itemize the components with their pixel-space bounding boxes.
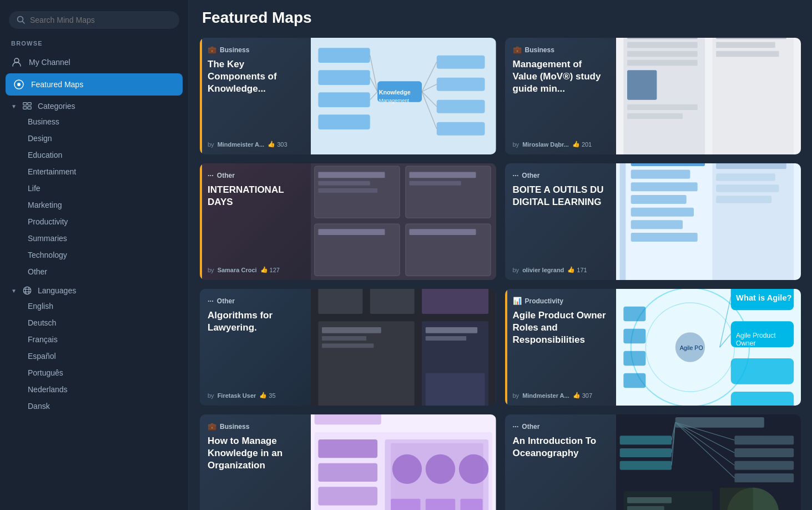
card-category: ··· Other xyxy=(513,422,608,431)
main-content: Featured Maps 💼 Business The Key Compone… xyxy=(189,0,812,510)
card-meta: by Firetask User 👍35 xyxy=(208,392,303,399)
svg-rect-130 xyxy=(619,436,671,444)
sidebar-item-technology[interactable]: Technology xyxy=(0,247,188,263)
search-icon xyxy=(17,16,26,24)
svg-point-4 xyxy=(17,83,21,86)
svg-rect-53 xyxy=(318,188,377,193)
card-title: Agile Product Owner Roles and Responsibi… xyxy=(513,309,608,346)
sidebar-item-deutsch[interactable]: Deutsch xyxy=(0,314,188,331)
svg-rect-116 xyxy=(391,499,420,510)
dots-icon-4: ··· xyxy=(513,422,519,431)
card-knowledge-components[interactable]: 💼 Business The Key Components of Knowled… xyxy=(200,38,496,154)
categories-section-header[interactable]: ▼ Categories xyxy=(0,96,188,113)
card-category: ··· Other xyxy=(208,297,303,305)
card-preview xyxy=(616,414,801,510)
sidebar-item-espanol[interactable]: Español xyxy=(0,348,188,364)
card-title: How to Manage Knowledge in an Organizati… xyxy=(208,435,303,472)
sidebar-item-business[interactable]: Business xyxy=(0,113,188,130)
svg-rect-16 xyxy=(318,70,370,85)
card-boite-outils[interactable]: ··· Other BOITE A OUTILS DU DIGITAL LEAR… xyxy=(505,163,801,280)
sidebar-item-education[interactable]: Education xyxy=(0,147,188,163)
card-international-days[interactable]: ··· Other INTERNATIONAL DAYS by Samara C… xyxy=(200,163,496,280)
svg-rect-139 xyxy=(627,497,672,503)
svg-rect-35 xyxy=(627,38,698,39)
card-category: 💼 Business xyxy=(513,46,608,54)
sidebar-item-featured-maps[interactable]: Featured Maps xyxy=(6,73,183,96)
briefcase-icon-2: 💼 xyxy=(513,46,522,54)
svg-rect-52 xyxy=(318,181,370,186)
card-category: ··· Other xyxy=(208,171,303,179)
card-meta: by Mindmeister A... 👍307 xyxy=(513,392,608,399)
svg-rect-117 xyxy=(426,499,455,510)
card-preview: Knowledge Management xyxy=(311,38,496,154)
card-title: An Introduction To Oceanography xyxy=(513,435,608,459)
svg-line-1 xyxy=(23,22,25,24)
card-preview: What is Agile? Agile Product Owner Agile… xyxy=(616,289,801,406)
svg-rect-73 xyxy=(318,289,362,314)
sidebar-item-nederlands[interactable]: Nederlands xyxy=(0,381,188,398)
card-manage-knowledge[interactable]: 💼 Business How to Manage Knowledge in an… xyxy=(200,414,496,510)
svg-rect-94 xyxy=(730,358,793,384)
svg-rect-21 xyxy=(437,100,485,113)
sidebar-item-marketing[interactable]: Marketing xyxy=(0,197,188,213)
svg-rect-74 xyxy=(370,289,415,314)
svg-rect-71 xyxy=(716,196,771,203)
svg-rect-101 xyxy=(623,329,645,344)
sidebar-item-life[interactable]: Life xyxy=(0,180,188,197)
sidebar-item-other[interactable]: Other xyxy=(0,263,188,280)
svg-rect-78 xyxy=(322,327,381,333)
card-meta: by Mindmeister A... 👍303 xyxy=(208,141,303,148)
card-meta: by Samara Croci 👍127 xyxy=(208,266,303,273)
svg-point-9 xyxy=(23,287,31,294)
svg-rect-79 xyxy=(322,336,366,341)
cards-grid: 💼 Business The Key Components of Knowled… xyxy=(200,38,801,510)
sidebar-item-design[interactable]: Design xyxy=(0,130,188,147)
svg-rect-36 xyxy=(627,42,698,48)
card-title: Algorithms for Lawyering. xyxy=(208,309,303,334)
svg-rect-56 xyxy=(318,229,385,235)
chevron-down-icon-2: ▼ xyxy=(11,288,17,294)
svg-rect-66 xyxy=(631,233,697,242)
svg-rect-122 xyxy=(734,436,794,444)
svg-rect-105 xyxy=(315,414,381,424)
svg-rect-80 xyxy=(322,343,374,348)
search-input[interactable] xyxy=(30,16,172,24)
svg-rect-109 xyxy=(318,463,377,482)
svg-rect-65 xyxy=(631,220,682,229)
svg-rect-22 xyxy=(437,122,485,136)
sidebar-item-summaries[interactable]: Summaries xyxy=(0,230,188,247)
search-bar[interactable] xyxy=(9,11,179,29)
card-preview xyxy=(311,289,496,406)
sidebar-item-portugues[interactable]: Português xyxy=(0,364,188,381)
languages-label: Languages xyxy=(38,286,76,295)
card-algorithms-lawyering[interactable]: ··· Other Algorithms for Lawyering. by F… xyxy=(200,289,496,406)
svg-rect-6 xyxy=(23,107,27,109)
card-mov-study[interactable]: 💼 Business Management of Value (MoV®) st… xyxy=(505,38,801,154)
svg-rect-108 xyxy=(318,439,377,458)
card-preview xyxy=(616,163,801,280)
svg-rect-18 xyxy=(318,114,370,129)
svg-text:Management: Management xyxy=(379,98,410,103)
card-agile-product-owner[interactable]: 📊 Productivity Agile Product Owner Roles… xyxy=(505,289,801,406)
card-oceanography[interactable]: ··· Other An Introduction To Oceanograph… xyxy=(505,414,801,510)
sidebar-item-francais[interactable]: Français xyxy=(0,331,188,348)
chart-icon: 📊 xyxy=(513,297,522,305)
sidebar-item-entertainment[interactable]: Entertainment xyxy=(0,163,188,180)
svg-text:Agile PO: Agile PO xyxy=(679,344,703,351)
sidebar-item-productivity[interactable]: Productivity xyxy=(0,213,188,230)
svg-rect-118 xyxy=(460,499,482,510)
my-channel-label: My Channel xyxy=(29,58,70,67)
languages-section-header[interactable]: ▼ Languages xyxy=(0,280,188,298)
dots-icon-3: ··· xyxy=(208,297,214,305)
svg-point-10 xyxy=(26,287,29,294)
svg-rect-103 xyxy=(623,373,645,388)
dots-icon: ··· xyxy=(208,171,214,179)
svg-rect-8 xyxy=(28,107,31,109)
sidebar-item-dansk[interactable]: Dansk xyxy=(0,398,188,414)
svg-rect-40 xyxy=(716,42,775,48)
sidebar-item-my-channel[interactable]: My Channel xyxy=(0,51,188,73)
svg-rect-68 xyxy=(716,163,786,169)
svg-rect-69 xyxy=(716,173,775,181)
svg-rect-100 xyxy=(623,307,645,322)
sidebar-item-english[interactable]: English xyxy=(0,298,188,314)
